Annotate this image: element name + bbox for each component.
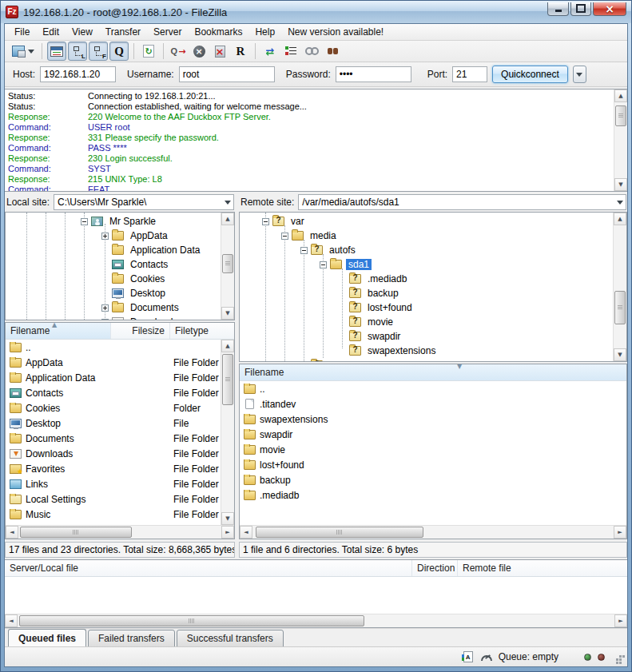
tree-item-mediadb[interactable]: .mediadb <box>240 272 613 286</box>
speed-limit-icon[interactable] <box>479 654 492 663</box>
compare-directories-button[interactable] <box>260 42 280 61</box>
host-input[interactable] <box>40 66 116 82</box>
local-list-scrollbar[interactable]: ▲ ▼ <box>221 340 234 525</box>
scrollbar-thumb[interactable] <box>20 527 132 538</box>
toggle-message-log-button[interactable] <box>47 42 66 61</box>
tree-item-cookies[interactable]: Cookies <box>6 272 221 286</box>
collapse-icon[interactable] <box>262 218 269 225</box>
scrollbar-thumb[interactable] <box>615 105 626 126</box>
close-button[interactable] <box>593 2 626 16</box>
file-row[interactable]: .. <box>6 340 221 355</box>
process-queue-button[interactable] <box>169 42 188 61</box>
file-row[interactable]: DocumentsFile Folder <box>6 431 221 446</box>
scrollbar-thumb[interactable] <box>222 254 233 273</box>
tree-item-movie[interactable]: movie <box>240 315 613 329</box>
scroll-left-icon[interactable]: ◄ <box>240 526 252 539</box>
tree-item-autofs[interactable]: autofs <box>240 243 613 257</box>
column-header-remote-file[interactable]: Remote file <box>458 560 627 576</box>
file-row[interactable]: Local SettingsFile Folder <box>6 491 221 507</box>
file-row[interactable]: backup <box>240 472 626 487</box>
file-row[interactable]: DownloadsFile Folder <box>6 446 221 461</box>
tree-item-desktop[interactable]: Desktop <box>6 286 221 300</box>
file-row[interactable]: DesktopFile <box>6 416 221 431</box>
scroll-up-icon[interactable]: ▲ <box>614 213 626 225</box>
tree-item-media[interactable]: media <box>240 229 613 243</box>
title-bar[interactable]: 192.168.1.20 - root@192.168.1.20 - FileZ… <box>1 1 631 23</box>
column-header-filetype[interactable]: Filetype <box>170 323 234 339</box>
file-row[interactable]: AppDataFile Folder <box>6 355 221 370</box>
file-row[interactable]: .titandev <box>240 396 626 412</box>
reconnect-button[interactable]: R <box>231 42 250 61</box>
tree-item-lost-found[interactable]: lost+found <box>240 300 613 315</box>
file-row[interactable]: FavoritesFile Folder <box>6 461 221 476</box>
scrollbar-thumb[interactable] <box>222 354 233 405</box>
tree-item-documents[interactable]: Documents <box>6 300 221 315</box>
toggle-local-tree-button[interactable]: L <box>68 42 87 61</box>
resize-grip[interactable] <box>613 652 622 662</box>
tree-item-var[interactable]: var <box>240 214 613 229</box>
file-row[interactable]: Application DataFile Folder <box>6 370 221 385</box>
column-header-direction[interactable]: Direction <box>412 560 458 576</box>
column-header-filename[interactable]: Filename▲ <box>6 323 111 339</box>
scroll-left-icon[interactable]: ◄ <box>6 526 18 539</box>
expand-icon[interactable] <box>101 319 109 320</box>
tab-queued-files[interactable]: Queued files <box>8 629 86 648</box>
filter-button[interactable] <box>281 42 300 61</box>
chevron-down-icon[interactable] <box>221 197 233 208</box>
scroll-up-icon[interactable]: ▲ <box>221 213 234 225</box>
site-manager-button[interactable] <box>10 42 37 61</box>
tree-item-contacts[interactable]: Contacts <box>6 257 221 272</box>
scroll-up-icon[interactable]: ▲ <box>221 340 234 352</box>
file-row[interactable]: MusicFile Folder <box>6 507 221 522</box>
collapse-icon[interactable] <box>81 218 88 225</box>
password-input[interactable] <box>336 66 411 82</box>
refresh-button[interactable] <box>139 42 158 61</box>
collapse-icon[interactable] <box>300 247 308 254</box>
tree-item-appdata[interactable]: AppData <box>6 229 221 243</box>
remote-site-combobox[interactable]: /var/media/autofs/sda1 <box>298 194 626 210</box>
tree-item-swapdir[interactable]: swapdir <box>240 329 613 344</box>
scroll-down-icon[interactable]: ▼ <box>221 512 234 525</box>
column-header-filename[interactable]: Filename▼ <box>240 364 626 380</box>
remote-list-hscrollbar[interactable]: ◄ ► <box>240 525 626 539</box>
file-row[interactable]: ContactsFile Folder <box>6 385 221 400</box>
menu-edit[interactable]: Edit <box>36 25 66 39</box>
collapse-icon[interactable] <box>320 261 327 268</box>
local-site-combobox[interactable]: C:\Users\Mr Sparkle\ <box>54 194 234 210</box>
transfer-type-icon[interactable] <box>463 651 473 662</box>
scrollbar-thumb[interactable] <box>256 527 423 538</box>
expand-icon[interactable] <box>101 304 109 312</box>
scroll-right-icon[interactable]: ► <box>221 526 234 539</box>
expand-icon[interactable] <box>101 233 109 240</box>
tree-item-mr-sparkle[interactable]: Mr Sparkle <box>6 214 221 229</box>
scroll-down-icon[interactable]: ▼ <box>614 348 626 361</box>
maximize-button[interactable] <box>570 2 591 16</box>
log-scrollbar[interactable]: ▲ ▼ <box>614 89 627 191</box>
menu-transfer[interactable]: Transfer <box>99 25 147 39</box>
queue-hscrollbar[interactable]: ◄ ► <box>5 614 627 627</box>
collapse-icon[interactable] <box>281 233 288 240</box>
file-row[interactable]: swapextensions <box>240 412 626 427</box>
tree-item-swapextensions[interactable]: swapextensions <box>240 344 613 358</box>
scroll-right-icon[interactable]: ► <box>614 526 626 539</box>
file-row[interactable]: CookiesFolder <box>6 400 221 416</box>
tree-item-dvd[interactable]: dvd <box>240 358 613 361</box>
username-input[interactable] <box>179 66 275 82</box>
scrollbar-thumb[interactable] <box>614 291 626 324</box>
menu-view[interactable]: View <box>66 25 99 39</box>
menu-bookmarks[interactable]: Bookmarks <box>188 25 248 39</box>
quickconnect-button[interactable]: Quickconnect <box>492 66 568 83</box>
file-row[interactable]: swapdir <box>240 427 626 442</box>
tree-item-sda1[interactable]: sda1 <box>240 257 613 272</box>
file-row[interactable]: .. <box>240 381 626 396</box>
scroll-right-icon[interactable]: ► <box>614 614 627 627</box>
toggle-queue-button[interactable]: Q <box>109 42 129 61</box>
disconnect-button[interactable] <box>210 42 229 61</box>
column-header-server-local-file[interactable]: Server/Local file <box>5 560 412 576</box>
menu-file[interactable]: File <box>8 25 36 39</box>
minimize-button[interactable] <box>547 2 569 16</box>
synchronized-browsing-button[interactable] <box>302 42 321 61</box>
scrollbar-thumb[interactable] <box>19 615 364 626</box>
local-tree-scrollbar[interactable]: ▲ ▼ <box>221 213 234 320</box>
toggle-remote-tree-button[interactable]: F <box>89 42 108 61</box>
